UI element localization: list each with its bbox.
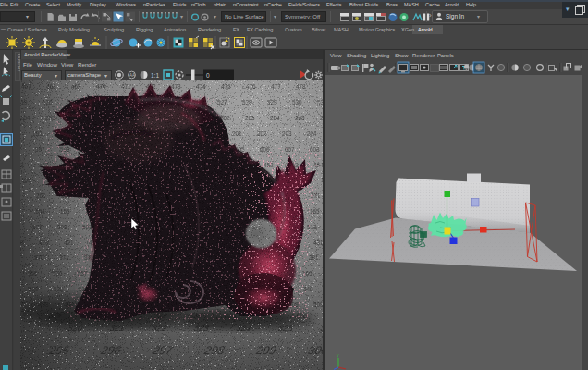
svg-text:AA: AA xyxy=(129,73,135,78)
svg-text:1:1: 1:1 xyxy=(151,72,159,79)
svg-text:0: 0 xyxy=(206,72,210,79)
